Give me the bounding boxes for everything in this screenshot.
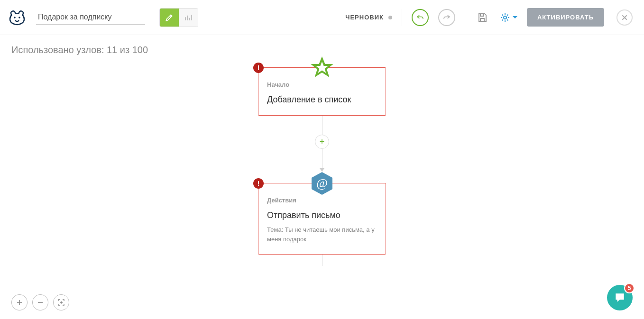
undo-button[interactable] <box>412 9 429 26</box>
svg-point-3 <box>504 16 506 19</box>
connector <box>322 116 322 135</box>
node-section-label: Начало <box>267 81 377 88</box>
add-node-button[interactable]: + <box>315 135 329 149</box>
divider <box>465 9 465 26</box>
connector <box>322 149 322 172</box>
divider <box>402 9 402 26</box>
error-badge: ! <box>253 178 264 189</box>
plus-icon <box>16 299 23 306</box>
status-text: ЧЕРНОВИК <box>345 14 384 21</box>
close-button[interactable] <box>616 9 633 26</box>
chat-widget[interactable]: 5 <box>607 285 633 310</box>
chat-badge: 5 <box>624 283 635 293</box>
svg-point-0 <box>14 17 16 18</box>
status-label: ЧЕРНОВИК <box>345 14 392 21</box>
status-dot-icon <box>388 16 392 19</box>
chat-icon <box>614 292 626 304</box>
node-title: Добавление в список <box>267 95 377 105</box>
node-section-label: Действия <box>267 197 377 204</box>
topbar: ЧЕРНОВИК АКТИВИРОВАТЬ <box>0 0 644 35</box>
svg-point-1 <box>18 17 20 18</box>
email-icon: @ <box>310 171 334 196</box>
node-subtitle: Тема: Ты не читаешь мои письма, а у меня… <box>267 225 377 244</box>
close-icon <box>621 14 628 21</box>
error-badge: ! <box>253 63 264 73</box>
node-title: Отправить письмо <box>267 210 377 220</box>
svg-text:@: @ <box>316 176 328 190</box>
node-start[interactable]: ! Начало Добавление в список <box>258 67 386 116</box>
activate-button[interactable]: АКТИВИРОВАТЬ <box>527 8 604 27</box>
fit-button[interactable] <box>53 294 69 310</box>
save-button[interactable] <box>475 10 490 25</box>
zoom-controls <box>11 294 69 310</box>
chevron-down-icon <box>513 16 517 18</box>
node-action[interactable]: ! @ Действия Отправить письмо Тема: Ты н… <box>258 183 386 255</box>
app-logo <box>8 8 27 27</box>
canvas[interactable]: Использовано узлов: 11 из 100 ! Начало Д… <box>0 35 644 319</box>
flow-title-input[interactable] <box>36 10 145 25</box>
connector <box>322 255 322 266</box>
minus-icon <box>37 299 44 306</box>
mode-edit-button[interactable] <box>160 9 179 27</box>
fit-icon <box>57 299 65 306</box>
mode-toggle <box>159 8 198 27</box>
svg-point-2 <box>481 14 482 15</box>
zoom-out-button[interactable] <box>32 294 48 310</box>
flow: ! Начало Добавление в список + ! @ Дей <box>258 67 386 266</box>
redo-button[interactable] <box>438 9 455 26</box>
zoom-in-button[interactable] <box>11 294 28 310</box>
nodes-used-label: Использовано узлов: 11 из 100 <box>11 45 148 55</box>
star-icon <box>310 55 334 80</box>
settings-dropdown[interactable] <box>499 12 517 23</box>
gear-icon <box>499 12 511 23</box>
mode-stats-button[interactable] <box>179 9 198 27</box>
